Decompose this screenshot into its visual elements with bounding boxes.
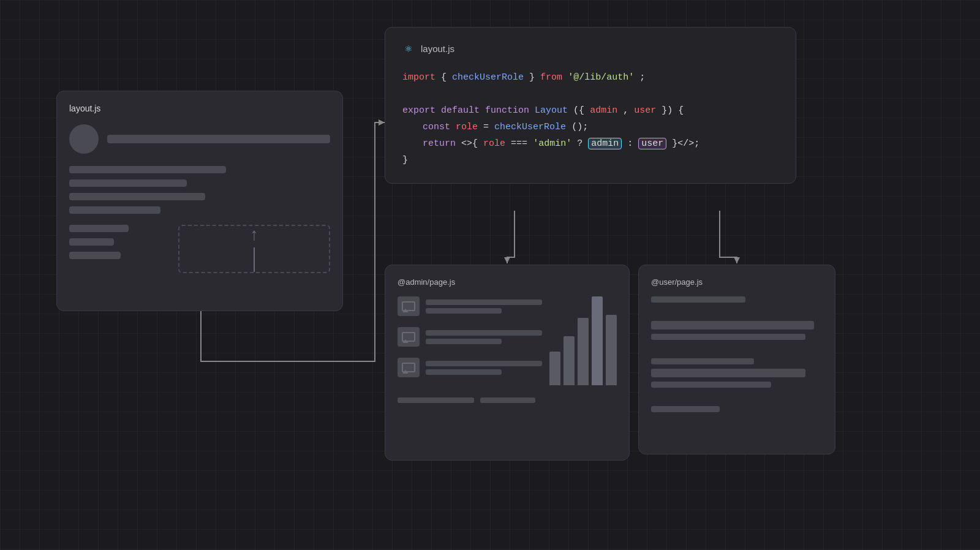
- code-card: ⚛ layout.js import { checkUserRole } fro…: [385, 27, 796, 184]
- list-item-1: [398, 296, 542, 316]
- avatar: [69, 124, 99, 154]
- user-bar-4: [651, 382, 771, 388]
- jsx-close: }</>;: [672, 138, 699, 149]
- ternary-colon: :: [627, 138, 638, 149]
- admin-arrow-head: [504, 257, 510, 263]
- sidebar-bar-1: [69, 225, 129, 232]
- user-bar-1: [651, 296, 745, 303]
- list-bar-1b: [426, 308, 502, 314]
- user-bar-2: [651, 334, 805, 340]
- user-gap-3: [651, 394, 823, 400]
- bottom-bar-2: [480, 397, 535, 403]
- img-placeholder-3: [398, 358, 420, 377]
- chart-area: [549, 296, 617, 388]
- return-keyword: return: [423, 138, 456, 149]
- user-gap-1: [651, 309, 823, 315]
- user-bar-3: [651, 358, 754, 364]
- import-line: import { checkUserRole } from '@/lib/aut…: [402, 69, 778, 86]
- list-bar-1a: [426, 299, 542, 305]
- ternary-q: ?: [577, 138, 588, 149]
- small-card-content: ↑: [69, 225, 330, 273]
- layout-card-small: layout.js ↑: [56, 91, 343, 311]
- sidebar-bar-2: [69, 238, 114, 246]
- import-func: checkUserRole: [452, 72, 524, 83]
- role-ref: role: [483, 138, 505, 149]
- admin-bottom-bars: [398, 397, 617, 403]
- admin-highlight: admin: [588, 138, 622, 149]
- import-path: '@/lib/auth': [568, 72, 634, 83]
- user-wide-2: [651, 369, 805, 377]
- admin-card-title: @admin/page.js: [398, 277, 617, 287]
- admin-list: [398, 296, 542, 388]
- img-placeholder-2: [398, 327, 420, 347]
- assign-op: =: [483, 122, 494, 132]
- list-bar-2a: [426, 330, 542, 336]
- chart-bar-1: [549, 352, 560, 385]
- layout-card-small-title: layout.js: [69, 104, 330, 113]
- list-bar-3a: [426, 361, 542, 366]
- code-card-header: ⚛ layout.js: [402, 42, 778, 55]
- export-keyword: export default function: [402, 105, 529, 116]
- header-bar: [107, 135, 330, 143]
- list-item-3: [398, 358, 542, 377]
- admin-connector-line: [507, 211, 514, 263]
- import-keyword: import: [402, 72, 435, 83]
- react-icon: ⚛: [402, 42, 415, 55]
- user-highlight: user: [638, 138, 666, 149]
- chart-bar-2: [564, 336, 575, 385]
- user-card-title: @user/page.js: [651, 277, 823, 287]
- nav-bar-3: [69, 193, 205, 200]
- const-keyword: const: [423, 122, 450, 132]
- chart-bar-3: [578, 318, 589, 385]
- call-parens: ();: [571, 122, 588, 132]
- param-admin: admin: [590, 105, 617, 116]
- user-bar-group-2: [651, 358, 823, 388]
- user-card: @user/page.js: [638, 265, 835, 454]
- layout-params: ({: [573, 105, 584, 116]
- content-sidebar: [69, 225, 168, 273]
- user-connector-line: [720, 211, 737, 263]
- bottom-bar-1: [398, 397, 474, 403]
- nav-bar-2: [69, 179, 187, 187]
- admin-card: @admin/page.js: [385, 265, 630, 461]
- from-keyword: from: [540, 72, 562, 83]
- jsx-open: <>{: [461, 138, 478, 149]
- param-close: }) {: [662, 105, 684, 116]
- user-bar-group-1: [651, 321, 823, 340]
- img-placeholder-1: [398, 296, 420, 316]
- chart-bar-4: [592, 296, 603, 385]
- param-user: user: [634, 105, 656, 116]
- nav-bar-4: [69, 206, 160, 214]
- sidebar-bar-3: [69, 252, 121, 259]
- close-brace: }: [402, 155, 408, 165]
- const-line: const role = checkUserRole ();: [402, 119, 778, 135]
- code-block: import { checkUserRole } from '@/lib/aut…: [402, 69, 778, 168]
- user-bar-5: [651, 406, 720, 412]
- role-var: role: [456, 122, 478, 132]
- param-comma: ,: [623, 105, 628, 116]
- nav-bar-1: [69, 166, 226, 173]
- export-line: export default function Layout ({ admin …: [402, 102, 778, 119]
- admin-string: 'admin': [533, 138, 571, 149]
- list-text-2: [426, 330, 542, 344]
- list-bar-2b: [426, 339, 502, 344]
- list-text-1: [426, 299, 542, 314]
- check-method: checkUserRole: [494, 122, 566, 132]
- layout-func: Layout: [535, 105, 568, 116]
- admin-card-content: [398, 296, 617, 388]
- list-item-2: [398, 327, 542, 347]
- small-card-header: [69, 124, 330, 154]
- user-arrow-head: [734, 257, 740, 263]
- code-card-title: layout.js: [421, 43, 454, 54]
- upload-arrow-icon: ↑: [249, 226, 260, 272]
- import-semi: ;: [639, 72, 645, 83]
- close-brace-line: }: [402, 152, 778, 168]
- chart-bar-5: [606, 315, 617, 385]
- small-card-nav: [69, 166, 330, 214]
- triple-eq: ===: [511, 138, 533, 149]
- blank-line-1: [402, 86, 778, 102]
- import-brace-close: }: [529, 72, 540, 83]
- user-card-content: [651, 296, 823, 412]
- list-text-3: [426, 361, 542, 375]
- return-line: return <>{ role === 'admin' ? admin : us…: [402, 135, 778, 152]
